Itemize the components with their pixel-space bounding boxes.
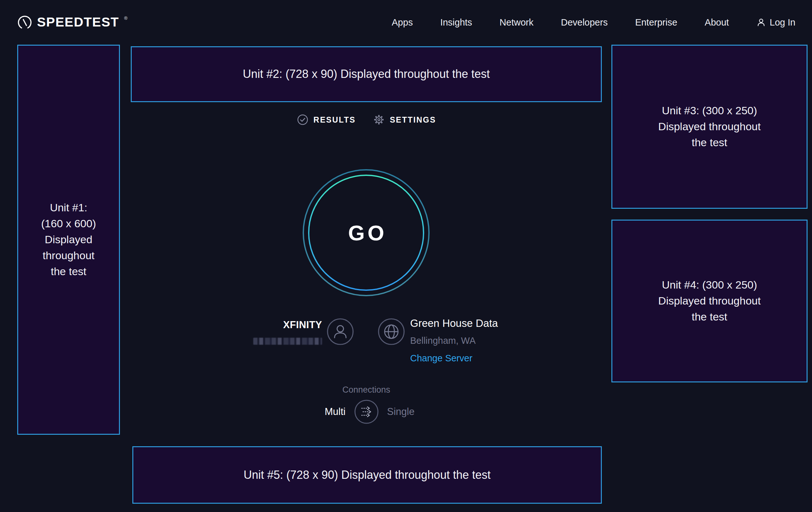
go-button-label: GO	[299, 166, 433, 300]
ad-unit-1-skyscraper: Unit #1: (160 x 600) Displayed throughou…	[17, 45, 120, 435]
nav-item-about[interactable]: About	[705, 17, 729, 28]
change-server-link[interactable]: Change Server	[410, 353, 498, 363]
logo-trademark: ®	[124, 16, 127, 21]
top-nav: SPEEDTEST ® Apps Insights Network Develo…	[0, 0, 812, 45]
connections-section: Connections Multi Single	[131, 385, 602, 424]
isp-ip-redacted	[253, 338, 322, 345]
nav-item-insights[interactable]: Insights	[440, 17, 472, 28]
view-tabs: RESULTS SETTINGS	[131, 114, 602, 126]
connections-label: Connections	[131, 385, 602, 395]
tab-results[interactable]: RESULTS	[297, 114, 356, 126]
nav-item-network[interactable]: Network	[499, 17, 533, 28]
nav-item-developers[interactable]: Developers	[561, 17, 608, 28]
ad-unit-label: Unit #3: (300 x 250) Displayed throughou…	[658, 103, 761, 151]
tab-settings[interactable]: SETTINGS	[373, 114, 436, 126]
user-icon	[756, 18, 766, 27]
logo-wordmark: SPEEDTEST	[37, 15, 119, 30]
ad-unit-2-leaderboard: Unit #2: (728 x 90) Displayed throughout…	[131, 46, 602, 102]
ad-unit-4-rectangle: Unit #4: (300 x 250) Displayed throughou…	[611, 220, 808, 382]
check-circle-icon	[297, 114, 309, 126]
tab-results-label: RESULTS	[314, 115, 356, 125]
gauge-icon	[17, 15, 32, 30]
ad-unit-label: Unit #2: (728 x 90) Displayed throughout…	[243, 66, 490, 83]
nav-item-enterprise[interactable]: Enterprise	[635, 17, 677, 28]
ad-unit-5-leaderboard: Unit #5: (728 x 90) Displayed throughout…	[133, 446, 602, 504]
isp-name: XFINITY	[283, 319, 322, 331]
speedtest-logo[interactable]: SPEEDTEST ®	[17, 15, 127, 30]
gear-icon	[373, 114, 385, 126]
connection-meta: XFINITY Green House Data Bellingham, WA …	[131, 316, 602, 377]
login-label: Log In	[770, 17, 795, 28]
ad-unit-label: Unit #4: (300 x 250) Displayed throughou…	[658, 277, 761, 325]
nav-links: Apps Insights Network Developers Enterpr…	[392, 17, 795, 28]
multi-connection-toggle-icon[interactable]	[354, 399, 379, 424]
globe-icon	[378, 318, 405, 345]
ad-unit-3-rectangle: Unit #3: (300 x 250) Displayed throughou…	[611, 45, 808, 209]
user-circle-icon	[326, 318, 354, 345]
server-info: Green House Data Bellingham, WA Change S…	[410, 317, 498, 363]
connections-option-single[interactable]: Single	[387, 406, 429, 417]
server-location: Bellingham, WA	[410, 335, 498, 346]
connections-toggle-row: Multi Single	[131, 399, 602, 424]
server-name: Green House Data	[410, 317, 498, 329]
go-button[interactable]: GO	[299, 166, 433, 300]
login-button[interactable]: Log In	[756, 17, 795, 28]
nav-item-apps[interactable]: Apps	[392, 17, 413, 28]
speedtest-page: SPEEDTEST ® Apps Insights Network Develo…	[0, 0, 812, 512]
tab-settings-label: SETTINGS	[390, 115, 436, 125]
ad-unit-label: Unit #1: (160 x 600) Displayed throughou…	[41, 200, 96, 279]
ad-unit-label: Unit #5: (728 x 90) Displayed throughout…	[244, 467, 491, 484]
connections-option-multi[interactable]: Multi	[304, 406, 346, 417]
